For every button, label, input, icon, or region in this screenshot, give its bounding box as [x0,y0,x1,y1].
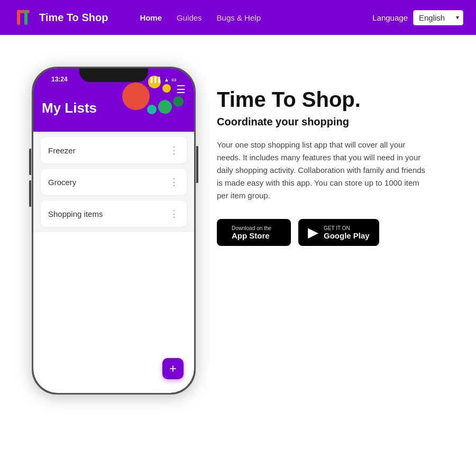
logo-icon [13,7,34,28]
google-play-icon: ▶ [308,224,318,241]
svg-point-5 [162,84,171,93]
app-store-big-text: App Store [232,231,271,240]
list-item[interactable]: Shopping items ⋮ [41,200,187,227]
signal-icon: ▌▌▌ [151,77,162,83]
hero-description: Your one stop shopping list app that wil… [217,139,428,202]
nav-guides[interactable]: Guides [177,13,202,22]
list-item-name: Grocery [48,178,76,187]
wifi-icon: ▲ [164,77,169,83]
status-time: 13:24 [51,76,68,83]
header: Time To Shop Home Guides Bugs & Help Lan… [0,0,476,35]
list-item-menu-icon[interactable]: ⋮ [169,208,179,219]
volume-up-button [29,149,31,175]
app-screen-title: My Lists [42,100,186,116]
fab-button[interactable]: + [162,358,184,379]
logo-text: Time To Shop [39,12,108,24]
app-store-small-text: Download on the [232,225,271,231]
list-item-name: Shopping items [48,209,103,218]
google-play-big-text: Google Play [324,231,370,240]
phone-mockup: 13:24 ▌▌▌ ▲ ▭ [32,67,196,395]
main-nav: Home Guides Bugs & Help [140,13,261,22]
google-play-text: GET IT ON Google Play [324,225,370,240]
list-item-name: Freezer [48,146,76,155]
status-icons: ▌▌▌ ▲ ▭ [151,77,176,83]
nav-bugs[interactable]: Bugs & Help [217,13,261,22]
hero-section: Time To Shop. Coordinate your shopping Y… [217,67,455,246]
logo-area: Time To Shop [13,7,108,28]
phone-list-area: Freezer ⋮ Grocery ⋮ Shopping items ⋮ [33,132,194,232]
app-store-text: Download on the App Store [232,225,271,240]
list-item[interactable]: Freezer ⋮ [41,137,187,163]
hero-title: Time To Shop. [217,88,455,112]
app-store-button[interactable]: Download on the App Store [217,219,291,246]
google-play-small-text: GET IT ON [324,225,370,231]
language-selector-wrapper: English Spanish French German [413,10,463,25]
phone-frame: 13:24 ▌▌▌ ▲ ▭ [32,67,196,395]
phone-notch [79,68,148,82]
svg-rect-1 [17,10,30,13]
language-label: Language [372,13,408,22]
google-play-button[interactable]: ▶ GET IT ON Google Play [298,219,379,246]
phone-screen: 13:24 ▌▌▌ ▲ ▭ [33,68,194,393]
store-buttons: Download on the App Store ▶ GET IT ON Go… [217,219,455,246]
hero-subtitle: Coordinate your shopping [217,116,455,128]
list-item-menu-icon[interactable]: ⋮ [169,176,179,188]
language-area: Language English Spanish French German [372,10,463,25]
language-select[interactable]: English Spanish French German [413,10,463,25]
volume-down-button [29,180,31,207]
main-content: 13:24 ▌▌▌ ▲ ▭ [0,35,476,416]
nav-home[interactable]: Home [140,13,162,22]
list-item-menu-icon[interactable]: ⋮ [169,144,179,156]
battery-icon: ▭ [171,77,176,83]
power-button [196,146,198,183]
svg-rect-2 [24,10,28,25]
list-item[interactable]: Grocery ⋮ [41,169,187,195]
